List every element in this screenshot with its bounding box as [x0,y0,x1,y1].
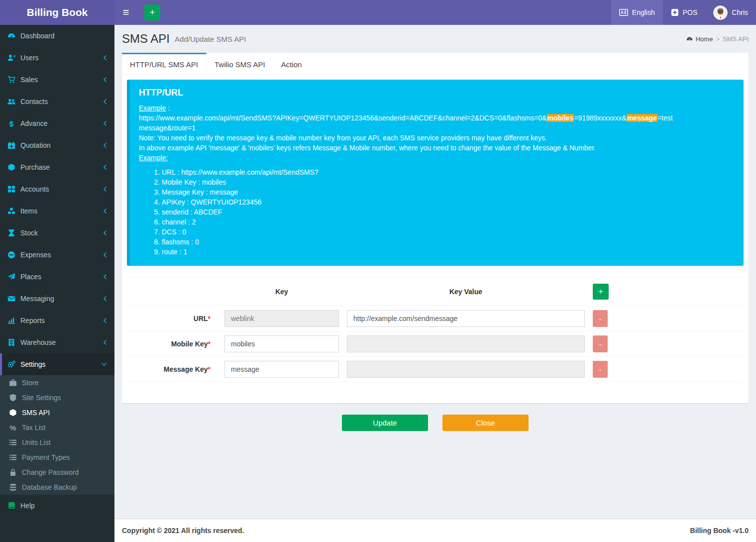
remove-row-button[interactable]: - [593,310,608,327]
sidebar-item-payment-types[interactable]: Payment Types [0,450,114,465]
sidebar-item-help[interactable]: Help [0,495,114,517]
footer: Copyright © 2021 All rights reserved. Bi… [114,519,756,542]
tab-action[interactable]: Action [273,53,310,74]
settings-submenu: Store Site Settings SMS API % Tax List [0,375,114,495]
chevron-left-icon [103,186,107,192]
quick-add-button[interactable]: + [144,4,160,20]
users-icon [7,98,15,106]
sidebar-item-places[interactable]: Places [0,266,114,288]
calendar-plus-icon [7,141,15,149]
content-header: SMS API Add/Update SMS API Home > SMS AP… [114,25,756,49]
remove-row-button[interactable]: - [593,335,608,352]
callout-hint: In above example API 'message' & 'mobile… [139,143,729,153]
sidebar-item-dashboard[interactable]: Dashboard [0,25,114,47]
main-content: SMS API Add/Update SMS API Home > SMS AP… [114,25,756,542]
paper-plane-icon [7,273,15,281]
gears-icon [7,360,15,368]
sidebar-item-reports[interactable]: Reports [0,310,114,331]
user-menu[interactable]: Chris [705,0,756,25]
url-value-input[interactable] [347,310,585,327]
required-asterisk: * [208,340,211,348]
close-button[interactable]: Close [442,415,529,431]
table-header-row: Key Key Value + [127,278,744,306]
row-label: Message Key* [127,365,216,373]
list-icon [9,453,17,461]
cube-icon [9,409,17,417]
add-row-button[interactable]: + [593,284,609,300]
action-buttons: Update Close [114,415,756,431]
language-icon [619,9,628,16]
dollar-icon: $ [7,119,15,128]
update-button[interactable]: Update [342,415,428,431]
top-bar: Billing Book ≡ + English POS Chris [0,0,756,25]
param-item: channel : 2 [162,217,729,227]
sidebar-item-expenses[interactable]: Expenses [0,244,114,266]
sidebar-item-users[interactable]: Users [0,47,114,69]
param-item: Message Key : message [162,187,729,197]
tab-bar: HTTP/URL SMS API Twilio SMS API Action [122,53,749,75]
sidebar-item-sms-api[interactable]: SMS API [0,405,114,420]
app-logo[interactable]: Billing Book [0,0,114,25]
sidebar-item-accounts[interactable]: Accounts [0,178,114,200]
sidebar-item-change-password[interactable]: Change Password [0,465,114,480]
chevron-left-icon [103,142,107,148]
sidebar-item-database-backup[interactable]: Database Backup [0,480,114,495]
sidebar-toggle-button[interactable]: ≡ [114,0,137,25]
chevron-left-icon [103,252,107,258]
key-column-header: Key [224,288,339,296]
breadcrumb-home[interactable]: Home [696,35,713,43]
avatar [713,5,728,20]
hamburger-icon: ≡ [123,6,129,19]
page-title: SMS API [122,32,170,46]
language-menu[interactable]: English [611,0,663,25]
sidebar-item-stock[interactable]: Stock [0,222,114,244]
pos-label: POS [683,8,698,16]
bar-chart-icon [7,317,15,325]
tab-http-url-sms-api[interactable]: HTTP/URL SMS API [122,53,207,74]
cubes-icon [7,207,15,215]
row-label: Mobile Key* [127,340,216,348]
param-item: flashsms : 0 [162,237,729,247]
sidebar-item-warehouse[interactable]: Warehouse [0,331,114,353]
callout-url-line: https://www.example.com/api/mt/SendSMS?A… [139,113,729,133]
user-name: Chris [732,8,748,16]
envelope-icon [7,295,15,303]
required-asterisk: * [208,365,211,373]
remove-row-button[interactable]: - [593,361,608,378]
sidebar: Dashboard Users Sales Contacts $ Advance [0,25,114,542]
sidebar-item-site-settings[interactable]: Site Settings [0,390,114,405]
breadcrumb-current: SMS API [723,35,749,43]
sidebar-item-quotation[interactable]: Quotation [0,134,114,156]
sidebar-item-contacts[interactable]: Contacts [0,91,114,112]
breadcrumb: Home > SMS API [686,35,749,43]
param-item: URL : https://www.example.com/api/mt/Sen… [162,167,729,177]
pos-menu[interactable]: POS [663,0,706,25]
sidebar-item-settings[interactable]: Settings [0,353,114,375]
sidebar-item-tax-list[interactable]: % Tax List [0,420,114,435]
sidebar-item-store[interactable]: Store [0,375,114,390]
tab-twilio-sms-api[interactable]: Twilio SMS API [207,53,273,74]
hourglass-icon [7,229,15,237]
chevron-left-icon [103,208,107,214]
message-key-input[interactable] [224,361,339,378]
chevron-left-icon [103,77,107,83]
sidebar-item-messaging[interactable]: Messaging [0,288,114,310]
sidebar-item-purchase[interactable]: Purchase [0,156,114,178]
sidebar-item-items[interactable]: Items [0,200,114,222]
sidebar-item-units-list[interactable]: Units List [0,435,114,450]
sidebar-item-advance[interactable]: $ Advance [0,112,114,134]
mobile-key-input[interactable] [224,335,339,352]
user-plus-icon [7,54,15,62]
row-label: URL* [127,315,216,323]
cube-icon [7,163,15,171]
sidebar-item-sales[interactable]: Sales [0,69,114,91]
param-item: Mobile Key : mobiles [162,177,729,187]
callout-example2-line: Example: [139,153,729,163]
sms-api-card: HTTP/URL SMS API Twilio SMS API Action H… [122,53,749,403]
chevron-left-icon [103,230,107,236]
database-icon [9,483,17,491]
table-row-url: URL* - [127,306,744,331]
chevron-left-icon [103,55,107,61]
briefcase-icon [9,379,17,387]
cart-icon [7,76,15,84]
